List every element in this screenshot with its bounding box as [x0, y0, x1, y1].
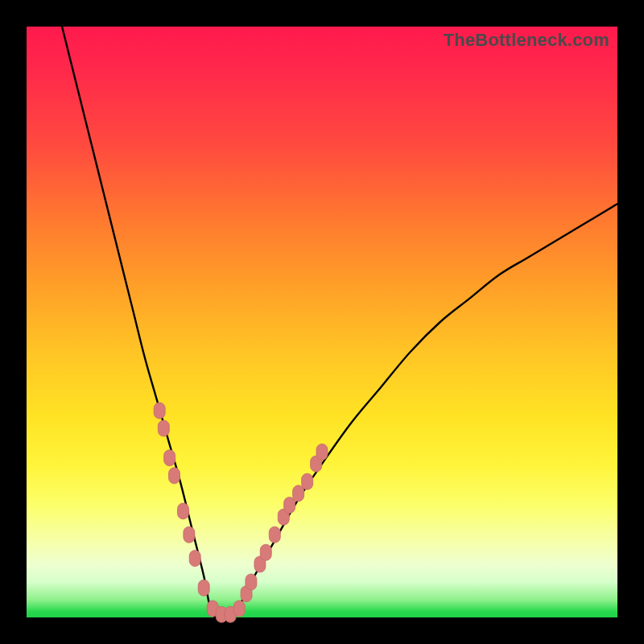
curve-marker: [178, 503, 189, 519]
curve-marker: [260, 544, 271, 560]
curve-marker: [184, 526, 195, 543]
curve-marker: [154, 402, 165, 419]
curve-marker: [233, 601, 245, 617]
curve-marker: [189, 551, 200, 567]
curve-marker: [284, 497, 295, 514]
curve-marker: [293, 485, 304, 502]
chart-svg: [27, 27, 617, 617]
curve-marker: [269, 526, 280, 543]
curve-marker: [302, 473, 313, 489]
curve-marker: [246, 574, 257, 590]
curve-marker: [158, 420, 169, 436]
curve-marker: [198, 580, 209, 596]
plot-area: TheBottleneck.com: [27, 27, 617, 617]
curve-marker: [164, 450, 175, 466]
curve-markers: [154, 402, 328, 622]
curve-marker: [316, 444, 328, 460]
bottleneck-curve: [62, 27, 617, 619]
curve-marker: [169, 468, 180, 484]
chart-frame: TheBottleneck.com: [0, 0, 644, 644]
